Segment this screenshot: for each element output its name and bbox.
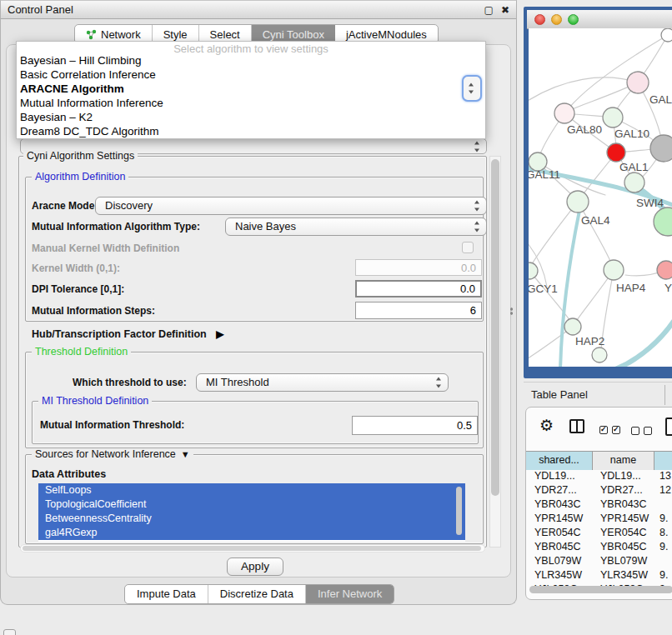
- algorithm-dropdown-popup: Select algorithm to view settings Bayesi…: [16, 41, 486, 139]
- aracne-mode-combo[interactable]: Discovery: [95, 197, 487, 215]
- scrollbar-thumb[interactable]: [529, 586, 672, 593]
- stepper-arrows-icon: [474, 222, 481, 232]
- table-cell: YBL079W: [526, 554, 593, 568]
- sources-group-title[interactable]: Sources for Network Inference▼: [32, 448, 193, 460]
- unchecked-checkbox-icon[interactable]: [644, 427, 652, 435]
- node-label-y: Y: [664, 282, 672, 294]
- dropdown-item-list: Bayesian – Hill ClimbingBasic Correlatio…: [17, 53, 485, 138]
- split-view-icon[interactable]: [569, 419, 584, 433]
- mi-algorithm-type-combo[interactable]: Naive Bayes: [225, 218, 487, 236]
- dropdown-item-bayesian-hill-climbing[interactable]: Bayesian – Hill Climbing: [17, 53, 485, 68]
- focused-combo-fragment: [462, 75, 482, 102]
- data-attributes-list[interactable]: SelfLoopsTopologicalCoefficientBetweenne…: [38, 483, 465, 542]
- bottom-tab-impute-data[interactable]: Impute Data: [125, 585, 208, 603]
- expand-right-icon[interactable]: ▶: [216, 328, 223, 340]
- apply-button[interactable]: Apply: [227, 558, 283, 576]
- control-panel-titlebar[interactable]: Control Panel ▢ ✖: [1, 1, 516, 19]
- network-node[interactable]: [627, 72, 649, 93]
- table-cell: YLR345W: [593, 568, 654, 582]
- splitter-grip[interactable]: [509, 307, 514, 316]
- dropdown-item-mutual-information-inference[interactable]: Mutual Information Inference: [17, 96, 485, 110]
- network-node[interactable]: [604, 260, 624, 280]
- table-row[interactable]: YBL079WYBL079W: [526, 554, 672, 568]
- control-panel-title: Control Panel: [8, 3, 73, 16]
- unchecked-checkbox-icon[interactable]: [631, 427, 639, 435]
- network-node[interactable]: [529, 262, 538, 279]
- table-row[interactable]: YDL19...YDL19...13: [526, 469, 672, 483]
- close-icon[interactable]: ✖: [501, 5, 509, 15]
- settings-group-title: Cyni Algorithm Settings: [23, 150, 138, 162]
- edge[interactable]: [640, 35, 668, 78]
- network-node[interactable]: [567, 191, 589, 212]
- table-row[interactable]: YBR043CYBR043C: [526, 498, 672, 512]
- settings-horizontal-scrollbar[interactable]: [20, 544, 485, 552]
- bottom-tab-infer-network[interactable]: Infer Network: [306, 585, 394, 603]
- stepper-arrows-icon: [474, 141, 481, 152]
- table-row[interactable]: YER054CYER054C8.: [526, 526, 672, 540]
- mi-algorithm-type-value: Naive Bayes: [235, 220, 296, 232]
- node-label-swi4: SWI4: [636, 197, 664, 209]
- network-node[interactable]: [657, 261, 672, 279]
- column-header-a[interactable]: A: [654, 452, 672, 470]
- dropdown-item-bayesian-k2[interactable]: Bayesian – K2: [17, 110, 485, 124]
- gear-icon[interactable]: ⚙: [539, 418, 554, 433]
- float-window-icon[interactable]: ▢: [484, 5, 494, 15]
- column-header-name[interactable]: name: [593, 452, 654, 470]
- network-canvas[interactable]: GALGAL80GAL10GAL1GAL11SWI4GAL4GCY1HAP4YH…: [529, 28, 672, 367]
- mi-steps-field[interactable]: [355, 302, 482, 319]
- mi-threshold-label: Mutual Information Threshold:: [40, 419, 184, 431]
- minimized-panel-chip[interactable]: [3, 629, 16, 635]
- list-scrollbar-thumb[interactable]: [456, 487, 462, 535]
- dropdown-item-aracne-algorithm[interactable]: ARACNE Algorithm: [17, 82, 485, 96]
- table-row[interactable]: YLR345WYLR345W9.: [526, 568, 672, 582]
- table-cell: YLR345W: [526, 568, 593, 582]
- network-node[interactable]: [607, 143, 625, 162]
- node-label-hap4: HAP4: [616, 282, 646, 294]
- network-window-titlebar[interactable]: [527, 10, 672, 29]
- zoom-traffic-light-icon[interactable]: [568, 14, 579, 25]
- scrollbar-thumb[interactable]: [23, 546, 481, 551]
- table-cell: 13: [654, 469, 672, 483]
- table-horizontal-scrollbar[interactable]: [529, 586, 672, 593]
- kernel-width-field[interactable]: [355, 259, 482, 276]
- attribute-item-selfloops[interactable]: SelfLoops: [38, 483, 465, 498]
- manual-kernel-width-checkbox[interactable]: [462, 242, 474, 253]
- checked-checkbox-icon[interactable]: [599, 426, 608, 434]
- manual-kernel-width-label: Manual Kernel Width Definition: [32, 242, 179, 254]
- attribute-item-gal4rgexp[interactable]: gal4RGexp: [38, 526, 465, 540]
- table-cell: YER054C: [593, 526, 654, 540]
- selected-edge[interactable]: [609, 313, 672, 367]
- document-icon[interactable]: [665, 418, 672, 436]
- close-traffic-light-icon[interactable]: [534, 14, 545, 25]
- which-threshold-combo[interactable]: MI Threshold: [196, 373, 449, 392]
- network-node[interactable]: [650, 135, 672, 162]
- hub-transcription-factor-section[interactable]: Hub/Transcription Factor Definition ▶: [32, 328, 223, 340]
- network-node[interactable]: [624, 172, 644, 192]
- network-node[interactable]: [654, 208, 672, 236]
- bottom-tab-discretize-data[interactable]: Discretize Data: [208, 585, 306, 603]
- table-cell: YBL079W: [593, 554, 654, 568]
- column-header-shared[interactable]: shared...: [526, 452, 593, 470]
- network-node[interactable]: [592, 348, 607, 362]
- network-icon: [86, 29, 97, 40]
- dropdown-item-basic-correlation-inference[interactable]: Basic Correlation Inference: [17, 68, 485, 82]
- table-row[interactable]: YPR145WYPR145W9.: [526, 512, 672, 526]
- collapse-down-icon[interactable]: ▼: [181, 449, 190, 459]
- network-node[interactable]: [603, 108, 623, 128]
- dropdown-item-dream8-dc-tdc-algorithm[interactable]: Dream8 DC_TDC Algorithm: [17, 124, 485, 138]
- threshold-definition-title: Threshold Definition: [32, 346, 131, 358]
- table-row[interactable]: YBR045CYBR045C9.: [526, 540, 672, 554]
- minimize-traffic-light-icon[interactable]: [551, 14, 562, 25]
- edge[interactable]: [529, 78, 638, 103]
- network-node[interactable]: [564, 318, 581, 335]
- attribute-item-topologicalcoefficient[interactable]: TopologicalCoefficient: [38, 498, 465, 512]
- settings-vertical-scrollbar[interactable]: [489, 156, 501, 548]
- network-node[interactable]: [554, 103, 574, 123]
- scrollbar-thumb[interactable]: [491, 159, 499, 496]
- mi-threshold-field[interactable]: [352, 416, 478, 435]
- attribute-item-betweennesscentrality[interactable]: BetweennessCentrality: [38, 512, 465, 526]
- network-node[interactable]: [661, 28, 672, 42]
- dpi-tolerance-field[interactable]: [355, 280, 482, 298]
- checked-checkbox-icon[interactable]: [612, 426, 620, 434]
- table-row[interactable]: YDR27...YDR27...12: [526, 483, 672, 498]
